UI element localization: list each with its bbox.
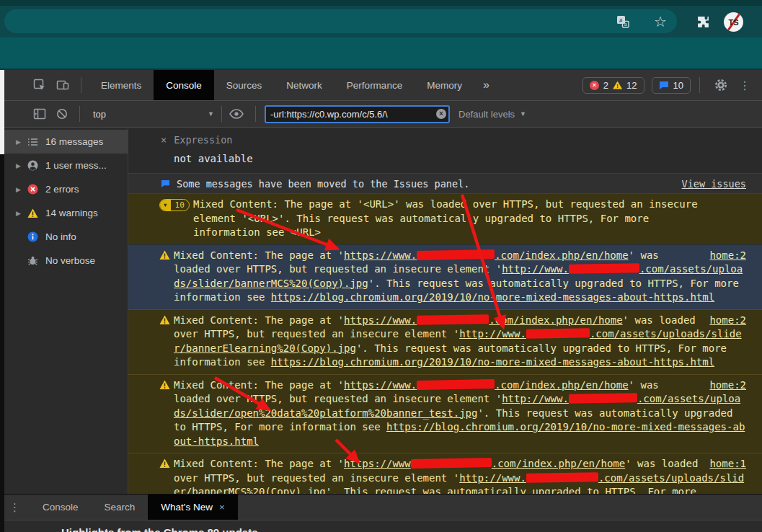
console-warning-message[interactable]: home:2Mixed Content: The page at 'https:…: [128, 309, 762, 374]
expression-label: Expression: [174, 134, 232, 146]
source-location-link[interactable]: home:2: [709, 249, 746, 263]
console-url-link[interactable]: .com/assets/uploads/slider/bannerElearni…: [174, 328, 742, 354]
console-url-link[interactable]: http://www.: [502, 263, 569, 275]
console-group-warning[interactable]: ▼10Mixed Content: The page at '<URL>' wa…: [128, 194, 762, 244]
drawer-tabs: ConsoleSearchWhat's New×: [30, 495, 238, 520]
tab-sources[interactable]: Sources: [214, 70, 275, 100]
console-url-link[interactable]: https://blog.chromium.org/2019/10/no-mor…: [174, 421, 745, 447]
console-url-link[interactable]: http://www.: [502, 393, 569, 404]
sidebar-item-info[interactable]: ▶No info: [4, 225, 128, 249]
console-url-link[interactable]: https://blog.chromium.org/2019/10/no-mor…: [271, 291, 714, 303]
console-url-link[interactable]: http://www.: [459, 328, 526, 340]
console-url-link[interactable]: .com/index.php/en/home: [495, 379, 628, 391]
sidebar-item-label: 2 errors: [45, 184, 79, 195]
sidebar-item-errors[interactable]: ▶2 errors: [4, 177, 128, 201]
tab-console[interactable]: Console: [154, 70, 214, 100]
drawer-tab-search[interactable]: Search: [92, 495, 149, 520]
inspect-element-icon[interactable]: [33, 79, 46, 92]
source-location-link[interactable]: home:1: [709, 457, 746, 471]
tab-memory[interactable]: Memory: [415, 70, 474, 100]
clear-console-icon[interactable]: [56, 108, 68, 120]
issues-banner: Some messages have been moved to the Iss…: [128, 174, 762, 194]
source-location-link[interactable]: home:2: [709, 378, 746, 393]
view-issues-link[interactable]: View issues: [682, 178, 746, 190]
warning-count: 12: [626, 80, 637, 91]
console-url-link[interactable]: .com/assets/uploads/slider/bannerMCS%20(…: [174, 263, 743, 289]
browser-toolbar: Aa ☆ TS: [0, 6, 762, 37]
error-badge-icon: ×: [590, 81, 599, 90]
sidebar-item-user-messages[interactable]: ▶1 user mess...: [4, 154, 128, 177]
close-expression-icon[interactable]: ×: [161, 134, 167, 146]
sidebar-item-verbose[interactable]: ▶No verbose: [4, 249, 128, 272]
user-icon: [27, 160, 39, 171]
sidebar-item-messages[interactable]: ▶16 messages: [4, 130, 128, 154]
tab-elements[interactable]: Elements: [89, 70, 154, 100]
live-expression-header: × Expression: [161, 134, 753, 146]
redaction-box: [417, 249, 495, 260]
drawer-menu-icon[interactable]: ⋮: [0, 501, 30, 514]
device-toolbar-icon[interactable]: [56, 79, 69, 92]
console-filter-input[interactable]: [265, 105, 450, 123]
disclosure-triangle-icon[interactable]: ▶: [16, 162, 27, 169]
verbose-icon: [27, 255, 39, 266]
group-toggle-badge[interactable]: ▼10: [159, 199, 190, 211]
drawer-tab-what-s-new[interactable]: What's New×: [148, 495, 237, 520]
log-levels-dropdown[interactable]: Default levels ▼: [458, 109, 526, 120]
bookmark-star-icon[interactable]: ☆: [654, 14, 667, 29]
issues-badge[interactable]: 10: [652, 77, 691, 94]
console-url-link[interactable]: .com/index.php/en/home: [495, 249, 628, 261]
sidebar-item-label: 14 warnings: [45, 208, 98, 218]
expression-value: not available: [174, 153, 753, 164]
tab-performance[interactable]: Performance: [335, 70, 415, 100]
collapse-triangle-icon: ▼: [160, 200, 171, 210]
sidebar-item-warnings[interactable]: ▶14 warnings: [4, 201, 128, 225]
console-url-link[interactable]: .com/index.php/en/home: [489, 314, 622, 326]
extensions-puzzle-icon[interactable]: [696, 15, 710, 29]
console-url-link[interactable]: .com/index.php/en/home: [492, 458, 625, 469]
source-location-link[interactable]: home:2: [709, 314, 746, 328]
console-url-link[interactable]: https://www.: [344, 379, 417, 391]
message-text: Mixed Content: The page at 'https://www.…: [174, 379, 745, 447]
console-warning-message[interactable]: home:2Mixed Content: The page at 'https:…: [128, 374, 762, 453]
console-url-link[interactable]: https://www: [344, 458, 411, 469]
disclosure-triangle-icon[interactable]: ▶: [16, 186, 27, 193]
console-sidebar: ▶16 messages▶1 user mess...▶2 errors▶14 …: [4, 128, 128, 494]
live-expression-widget[interactable]: × Expression not available: [128, 128, 762, 174]
javascript-context-dropdown[interactable]: top ▼: [87, 107, 220, 122]
message-text: Mixed Content: The page at 'https://www.…: [174, 314, 742, 368]
address-bar[interactable]: Aa ☆: [4, 9, 677, 33]
settings-gear-icon[interactable]: [714, 79, 727, 92]
sidebar-toggle-icon[interactable]: [33, 107, 46, 120]
warning-icon: [27, 208, 39, 218]
drawer-tab-bar: ⋮ ConsoleSearchWhat's New×: [0, 494, 762, 520]
browser-window: Aa ☆ TS ElementsConsoleSourcesNetworkPer…: [0, 0, 762, 532]
more-tabs-icon[interactable]: »: [483, 79, 489, 92]
console-url-link[interactable]: https://www.: [344, 314, 417, 326]
console-warning-message[interactable]: home:2Mixed Content: The page at 'https:…: [128, 244, 762, 309]
tab-network[interactable]: Network: [274, 70, 335, 100]
warning-badge-icon: !: [613, 81, 622, 89]
translate-icon[interactable]: Aa: [616, 15, 629, 28]
toolbar-right-space: [743, 107, 762, 120]
devtools-menu-icon[interactable]: ⋮: [736, 79, 753, 92]
console-status-badge[interactable]: × 2 ! 12: [582, 77, 644, 94]
console-url-link[interactable]: https://blog.chromium.org/2019/10/no-mor…: [271, 356, 714, 368]
console-url-link[interactable]: .com/assets/uploads/slider/open%20data%2…: [174, 393, 740, 419]
drawer-tab-console[interactable]: Console: [30, 495, 92, 520]
disclosure-triangle-icon[interactable]: ▶: [16, 138, 27, 146]
console-url-link[interactable]: http://www.: [459, 472, 526, 484]
clear-filter-icon[interactable]: ×: [436, 109, 446, 119]
error-count: 2: [603, 80, 608, 91]
issues-banner-text: Some messages have been moved to the Iss…: [177, 178, 469, 190]
avatar-initials: TS: [728, 18, 738, 27]
window-edge-strip: [0, 70, 4, 154]
disclosure-triangle-icon[interactable]: ▶: [16, 210, 27, 217]
divider: [699, 77, 700, 93]
live-expression-eye-icon[interactable]: [229, 109, 244, 119]
profile-avatar[interactable]: TS: [724, 12, 743, 32]
issues-bubble-icon: [659, 81, 669, 90]
console-warning-message[interactable]: home:1Mixed Content: The page at 'https:…: [128, 453, 762, 494]
console-url-link[interactable]: https://www.: [344, 249, 417, 261]
close-whats-new-icon[interactable]: ×: [219, 502, 225, 513]
warning-icon: [159, 315, 170, 329]
